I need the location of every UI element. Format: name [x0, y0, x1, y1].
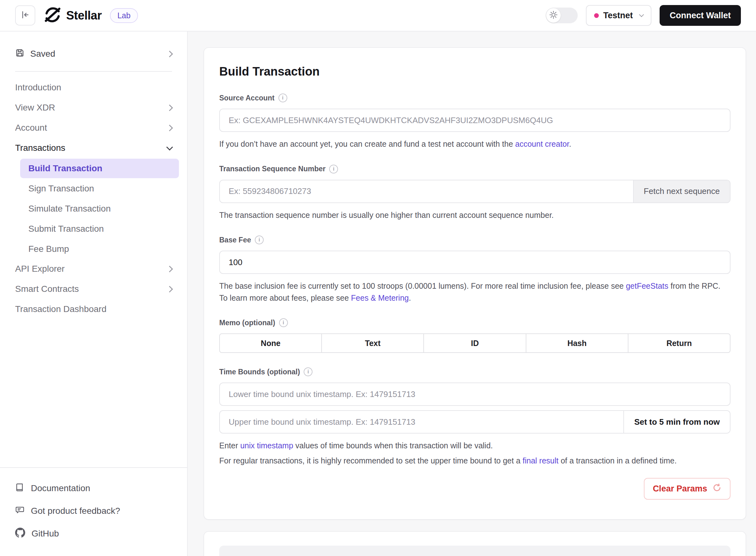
- memo-group: Memo (optional) i None Text ID Hash Retu…: [219, 318, 730, 353]
- chevron-down-icon: [639, 12, 644, 17]
- sequence-input[interactable]: [220, 180, 633, 202]
- memo-tab-none[interactable]: None: [220, 334, 321, 352]
- fetch-next-sequence-button[interactable]: Fetch next sequence: [633, 180, 730, 202]
- refresh-icon: [712, 483, 722, 495]
- sidebar-item-submit-transaction[interactable]: Submit Transaction: [20, 219, 179, 239]
- stellar-logo-icon: [44, 6, 61, 25]
- sidebar-item-transactions[interactable]: Transactions: [8, 138, 179, 158]
- sidebar-item-label: Got product feedback?: [31, 506, 120, 516]
- getfeestats-link[interactable]: getFeeStats: [626, 281, 668, 290]
- sidebar-item-smart-contracts[interactable]: Smart Contracts: [8, 279, 179, 299]
- main-panel: Build Transaction Source Account i If yo…: [188, 32, 756, 556]
- top-header: Stellar Lab Testnet Connect Wallet: [0, 0, 756, 32]
- set-5-min-button[interactable]: Set to 5 min from now: [623, 411, 730, 433]
- upper-time-bound-input[interactable]: [220, 411, 623, 433]
- sidebar-item-label: GitHub: [32, 529, 59, 539]
- sidebar-item-transaction-dashboard[interactable]: Transaction Dashboard: [8, 299, 179, 319]
- helper-text: .: [569, 139, 571, 148]
- sidebar-item-documentation[interactable]: Documentation: [15, 479, 172, 498]
- info-icon[interactable]: i: [279, 318, 288, 327]
- theme-knob: [546, 8, 561, 23]
- memo-tab-text[interactable]: Text: [321, 334, 423, 352]
- build-transaction-card: Build Transaction Source Account i If yo…: [203, 47, 746, 520]
- content-area: Saved Introduction View XDR Account Tran…: [0, 32, 756, 556]
- sidebar-item-label: Account: [15, 123, 167, 133]
- memo-type-tabs: None Text ID Hash Return: [219, 334, 730, 353]
- sidebar-item-label: Introduction: [15, 82, 172, 93]
- helper-text: For regular transactions, it is highly r…: [219, 456, 523, 465]
- sidebar-item-simulate-transaction[interactable]: Simulate Transaction: [20, 199, 179, 218]
- source-account-input[interactable]: [219, 109, 730, 132]
- sidebar: Saved Introduction View XDR Account Tran…: [0, 32, 188, 556]
- base-fee-group: Base Fee i The base inclusion fee is cur…: [219, 236, 730, 304]
- clear-params-label: Clear Params: [653, 484, 707, 494]
- sidebar-footer: Documentation Got product feedback? GitH…: [0, 467, 187, 556]
- time-bounds-helper-1: Enter unix timestamp values of time boun…: [219, 440, 730, 452]
- source-account-helper: If you don’t have an account yet, you ca…: [219, 138, 730, 150]
- sidebar-item-api-explorer[interactable]: API Explorer: [8, 259, 179, 279]
- helper-text: If you don’t have an account yet, you ca…: [219, 139, 515, 148]
- collapse-sidebar-button[interactable]: [15, 5, 35, 26]
- sidebar-nav: Saved Introduction View XDR Account Tran…: [0, 32, 187, 319]
- sidebar-item-label: Smart Contracts: [15, 284, 167, 294]
- clear-params-button[interactable]: Clear Params: [644, 478, 730, 500]
- memo-tab-id[interactable]: ID: [423, 334, 525, 352]
- brand-name: Stellar: [66, 9, 102, 22]
- unix-timestamp-link[interactable]: unix timestamp: [240, 441, 293, 450]
- time-bounds-group: Time Bounds (optional) i Set to 5 min fr…: [219, 368, 730, 466]
- brand-logo[interactable]: Stellar Lab: [44, 6, 138, 25]
- memo-label: Memo (optional): [219, 319, 275, 327]
- floppy-disk-icon: [15, 48, 25, 60]
- sidebar-item-github[interactable]: GitHub: [15, 524, 172, 544]
- sun-icon: [549, 10, 558, 21]
- network-label: Testnet: [603, 11, 633, 21]
- sidebar-item-account[interactable]: Account: [8, 118, 179, 138]
- sidebar-divider: [15, 71, 172, 72]
- sequence-helper: The transaction sequence number is usual…: [219, 209, 730, 221]
- upper-time-bound-combo: Set to 5 min from now: [219, 410, 730, 433]
- lower-time-bound-input[interactable]: [219, 383, 730, 406]
- chevron-right-icon: [166, 266, 173, 272]
- sidebar-item-label: Saved: [30, 49, 162, 59]
- operations-card: Operation 0 Operation type i Select oper…: [203, 531, 746, 556]
- sidebar-item-label: Fee Bump: [28, 244, 69, 254]
- sidebar-item-label: Build Transaction: [28, 163, 102, 173]
- final-result-link[interactable]: final result: [523, 456, 558, 465]
- account-creator-link[interactable]: account creator: [515, 139, 569, 148]
- info-icon[interactable]: i: [278, 94, 287, 102]
- memo-tab-hash[interactable]: Hash: [526, 334, 628, 352]
- sidebar-item-sign-transaction[interactable]: Sign Transaction: [20, 179, 179, 198]
- network-status-dot: [594, 13, 599, 18]
- sidebar-item-saved[interactable]: Saved: [8, 43, 179, 65]
- helper-text: values of time bounds when this transact…: [293, 441, 493, 450]
- clear-params-row: Clear Params: [219, 478, 730, 500]
- info-icon[interactable]: i: [304, 368, 313, 376]
- sidebar-item-introduction[interactable]: Introduction: [8, 77, 179, 98]
- chevron-right-icon: [166, 104, 173, 111]
- collapse-sidebar-icon: [21, 10, 30, 21]
- source-account-label: Source Account: [219, 94, 275, 102]
- info-icon[interactable]: i: [329, 165, 338, 173]
- network-selector[interactable]: Testnet: [586, 5, 651, 26]
- sidebar-item-feedback[interactable]: Got product feedback?: [15, 501, 172, 521]
- sidebar-item-build-transaction[interactable]: Build Transaction: [20, 159, 179, 178]
- sidebar-item-fee-bump[interactable]: Fee Bump: [20, 239, 179, 259]
- chevron-right-icon: [166, 125, 173, 131]
- book-icon: [15, 483, 25, 494]
- info-icon[interactable]: i: [255, 236, 264, 244]
- chevron-down-icon: [166, 144, 173, 150]
- header-left: Stellar Lab: [15, 5, 138, 26]
- base-fee-label: Base Fee: [219, 236, 251, 244]
- time-bounds-label: Time Bounds (optional): [219, 368, 300, 376]
- memo-tab-return[interactable]: Return: [628, 334, 730, 352]
- lab-badge: Lab: [110, 8, 138, 23]
- sidebar-item-label: Transactions: [15, 143, 167, 153]
- connect-wallet-button[interactable]: Connect Wallet: [660, 5, 741, 26]
- helper-text: of a transaction in a defined time.: [558, 456, 677, 465]
- theme-toggle[interactable]: [546, 7, 578, 23]
- base-fee-input[interactable]: [219, 251, 730, 274]
- source-account-group: Source Account i If you don’t have an ac…: [219, 94, 730, 150]
- sidebar-item-view-xdr[interactable]: View XDR: [8, 98, 179, 118]
- fees-metering-link[interactable]: Fees & Metering: [351, 293, 408, 302]
- header-right: Testnet Connect Wallet: [546, 5, 741, 26]
